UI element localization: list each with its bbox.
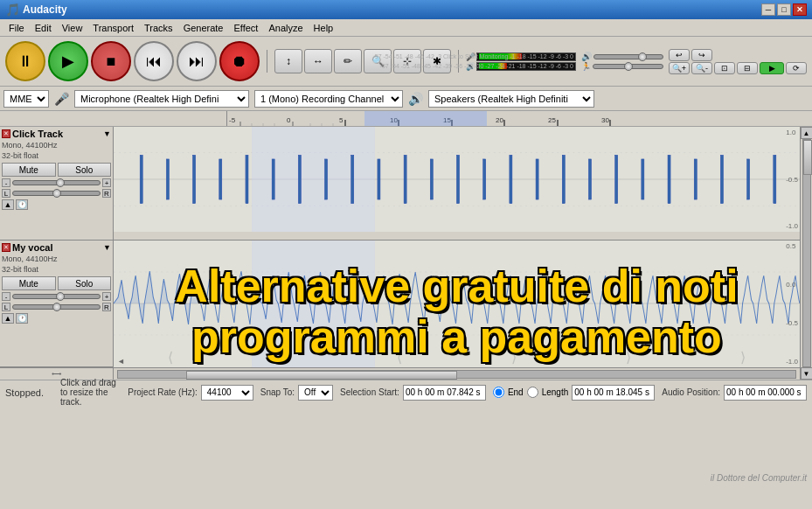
click-track-mute-btn[interactable]: Mute [2, 163, 56, 177]
v-scroll-thumb[interactable] [803, 140, 812, 175]
skip-fwd-button[interactable]: ⏭ [177, 41, 217, 81]
vocal-track-info2: 32-bit float [2, 265, 111, 275]
svg-rect-0 [227, 111, 812, 127]
v-scroll-up-btn[interactable]: ▲ [801, 127, 813, 139]
click-track-close-btn[interactable]: ✕ [2, 129, 10, 138]
svg-rect-46 [588, 159, 591, 199]
zoom-out-btn[interactable]: 🔍- [691, 62, 712, 74]
vocal-track-dropdown-btn[interactable]: ▼ [103, 243, 111, 252]
click-track-pan-slider[interactable] [12, 191, 101, 196]
vocal-track-pan-slider[interactable] [12, 304, 101, 310]
selection-tool-btn[interactable]: ↕ [274, 49, 302, 73]
click-track-vol-minus[interactable]: - [2, 178, 10, 187]
watermark: il Dottore del Computer.it [711, 473, 807, 483]
toolbar-sep-1 [267, 50, 267, 73]
channel-select[interactable]: 1 (Mono) Recording Channel [254, 90, 403, 108]
vocal-track-solo-btn[interactable]: Solo [58, 276, 112, 290]
microphone-select[interactable]: Microphone (Realtek High Defini [74, 90, 249, 108]
fit-btn[interactable]: ⊡ [714, 62, 735, 74]
svg-rect-39 [404, 155, 406, 203]
minimize-button[interactable]: ─ [761, 3, 775, 16]
envelope-tool-btn[interactable]: ↔ [304, 49, 332, 73]
menu-help[interactable]: Help [309, 21, 339, 35]
v-scroll-down-btn[interactable]: ▼ [801, 367, 813, 380]
click-track-solo-btn[interactable]: Solo [58, 163, 112, 177]
vocal-track-close-btn[interactable]: ✕ [2, 243, 10, 252]
zoom-sel-btn[interactable]: ⊟ [737, 62, 758, 74]
svg-rect-41 [457, 155, 460, 203]
vocal-track-time-btn[interactable]: 🕐 [16, 313, 28, 324]
svg-rect-43 [510, 155, 512, 203]
click-track-title-row: ✕ Click Track ▼ [2, 129, 111, 139]
click-track-pan-l[interactable]: L [2, 189, 10, 198]
click-track-time-btn[interactable]: 🕐 [16, 199, 28, 210]
menu-tracks[interactable]: Tracks [139, 21, 178, 35]
click-track-info2: 32-bit float [2, 151, 111, 162]
h-scroll-thumb[interactable] [186, 371, 457, 380]
menu-transport[interactable]: Transport [87, 21, 139, 35]
vocal-track-vol-plus[interactable]: + [102, 292, 111, 301]
svg-rect-49 [668, 155, 670, 203]
output-volume-slider[interactable] [593, 54, 663, 59]
menu-view[interactable]: View [57, 21, 88, 35]
menu-file[interactable]: File [3, 21, 30, 35]
vocal-track-pan-r[interactable]: R [102, 303, 111, 311]
project-rate-select[interactable]: 44100 [201, 385, 253, 401]
speaker-select[interactable]: Speakers (Realtek High Definiti [428, 90, 594, 108]
record-button[interactable]: ⏺ [219, 41, 260, 81]
pause-button[interactable]: ⏸ [5, 41, 45, 81]
status-bar: Stopped. Click and drag to resize the tr… [0, 380, 812, 404]
svg-rect-23 [364, 111, 487, 127]
snap-to-select[interactable]: Off [298, 385, 333, 401]
undo-btn[interactable]: ↩ [669, 49, 690, 61]
menu-generate[interactable]: Generate [178, 21, 229, 35]
h-scroll-track[interactable] [117, 370, 796, 379]
selection-start-input[interactable] [403, 385, 486, 401]
end-value-input[interactable] [572, 385, 655, 401]
click-track-volume-row: - + [2, 178, 111, 187]
click-track-vol-slider[interactable] [12, 180, 101, 185]
skip-back-button[interactable]: ⏮ [134, 41, 174, 81]
length-radio[interactable] [527, 387, 538, 398]
click-track-collapse-btn[interactable]: ▲ [2, 199, 14, 210]
play-button[interactable]: ▶ [48, 41, 88, 81]
menu-analyze[interactable]: Analyze [263, 21, 308, 35]
vocal-track-mute-btn[interactable]: Mute [2, 276, 56, 290]
svg-rect-58 [252, 241, 375, 367]
stop-button[interactable]: ■ [91, 41, 131, 81]
click-track-bottom-row: ▲ 🕐 [2, 199, 111, 210]
click-track-waveform[interactable]: 1.0 -0.5 -1.0 [114, 127, 800, 232]
loop-btn[interactable]: ⟳ [786, 62, 807, 74]
svg-rect-53 [774, 155, 776, 203]
vocal-track-pan-l[interactable]: L [2, 303, 10, 311]
playback-speed-slider[interactable] [593, 64, 663, 69]
green-btn[interactable]: ▶ [760, 62, 784, 74]
svg-rect-28 [252, 127, 375, 232]
svg-rect-36 [325, 159, 328, 199]
menu-effect[interactable]: Effect [229, 21, 264, 35]
svg-rect-45 [562, 155, 565, 203]
toolbar-area: ⏸ ▶ ■ ⏮ ⏭ ⏺ ↕ ↔ ✏ 🔍 ⊹ ✱ 🎤 -57 -54 -51 [0, 37, 812, 87]
click-track-pan-r[interactable]: R [102, 189, 111, 198]
vocal-track-waveform[interactable]: ⟨ ⟨ ⟨ ⟩ ⟩ ⟩ 0.5 0.0 -0.5 -1.0 ◄ [114, 241, 800, 367]
draw-tool-btn[interactable]: ✏ [334, 49, 362, 73]
redo-btn[interactable]: ↪ [691, 49, 712, 61]
end-radio[interactable] [493, 387, 504, 398]
zoom-in-btn[interactable]: 🔍+ [669, 62, 690, 74]
svg-rect-37 [351, 155, 354, 203]
click-track-dropdown-btn[interactable]: ▼ [103, 129, 111, 138]
vocal-track-vol-slider[interactable] [12, 294, 101, 299]
maximize-button[interactable]: □ [777, 3, 791, 16]
vocal-track-mute-solo: Mute Solo [2, 276, 111, 290]
close-button[interactable]: ✕ [793, 3, 807, 16]
audio-position-input[interactable] [724, 385, 807, 401]
svg-rect-51 [720, 155, 723, 203]
v-scroll-track[interactable] [802, 139, 811, 367]
api-select[interactable]: MME [3, 90, 49, 108]
vocal-track-vol-minus[interactable]: - [2, 292, 10, 301]
vocal-track-collapse-btn[interactable]: ▲ [2, 313, 14, 324]
h-scrollbar: ⟷ [0, 367, 800, 380]
menu-edit[interactable]: Edit [30, 21, 57, 35]
click-track-controls: Mute Solo - + L [2, 163, 111, 198]
click-track-vol-plus[interactable]: + [102, 178, 111, 187]
